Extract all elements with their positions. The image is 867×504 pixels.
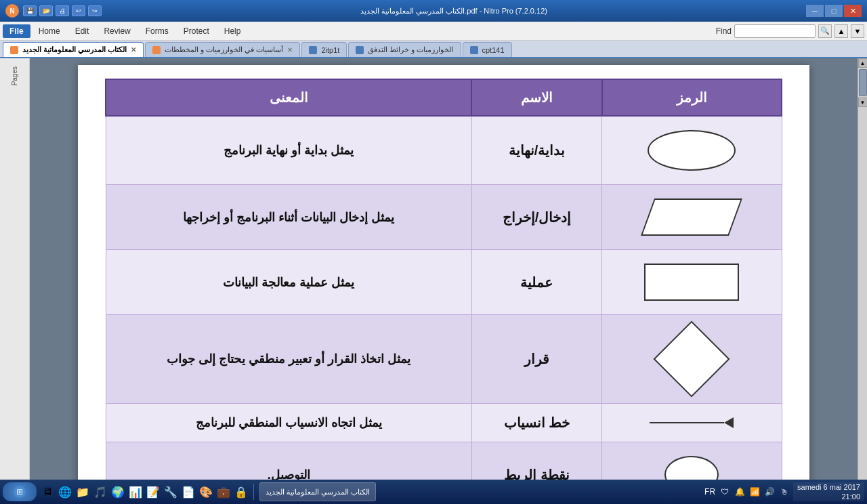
tab-3-label: 2itp1t [321, 46, 339, 54]
meaning-cell-6: التوصيل. [106, 442, 471, 480]
symbol-parallelogram-wrap [616, 193, 767, 241]
tab-4-label: الخوارزميات و خرائط التدفق [368, 45, 453, 54]
ql-app7[interactable]: 🔒 [233, 484, 249, 500]
ql-app2[interactable]: 📝 [145, 484, 161, 500]
arrow-line [650, 422, 724, 423]
header-name: الاسم [471, 79, 601, 116]
ql-media[interactable]: 🎵 [92, 484, 108, 500]
symbol-oval-wrap [616, 125, 767, 176]
meaning-cell-5: يمثل اتجاه الانسياب المنطقي للبرنامج [106, 404, 471, 442]
tb-icon-1[interactable]: 💾 [23, 5, 37, 16]
system-clock[interactable]: samedi 6 mai 2017 21:00 [793, 482, 864, 502]
tab-bar: الكتاب المدرسي المعلوماتية الجديد ✕ أساس… [0, 41, 867, 58]
ql-app1[interactable]: 📊 [127, 484, 144, 500]
tab-5-icon [470, 46, 478, 54]
tab-1-close[interactable]: ✕ [131, 46, 136, 54]
taskbar-app-nitro[interactable]: الكتاب المدرسي المعلوماتية الجديد [259, 482, 376, 501]
menu-file[interactable]: File [3, 24, 30, 38]
symbol-rectangle-wrap [616, 258, 767, 306]
find-search-button[interactable]: 🔍 [818, 24, 832, 38]
tab-1-label: الكتاب المدرسي المعلوماتية الجديد [22, 45, 127, 54]
title-bar-left: N 💾 📂 🖨 ↩ ↪ [5, 4, 102, 18]
meaning-cell-3: يمثل عملية معالجة البيانات [106, 250, 471, 315]
parallelogram-symbol [641, 198, 742, 236]
menu-protect[interactable]: Protect [177, 24, 216, 38]
ql-app3[interactable]: 🔧 [163, 484, 179, 500]
meaning-decision: يمثل اتخاذ القرار أو تعبير منطقي يحتاج إ… [167, 352, 410, 366]
taskbar-tray: FR 🛡 🔔 📶 🔊 🖱 samedi 6 mai 2017 21:00 [704, 482, 864, 502]
meaning-cell-4: يمثل اتخاذ القرار أو تعبير منطقي يحتاج إ… [106, 315, 471, 404]
menu-review[interactable]: Review [97, 24, 137, 38]
symbol-diamond-wrap [616, 323, 767, 395]
start-button[interactable]: ⊞ [3, 482, 37, 501]
table-row: قرار يمثل اتخاذ القرار أو تعبير منطقي يح… [106, 315, 782, 404]
meaning-input-output: يمثل إدخال البيانات أثناء البرنامج أو إخ… [183, 211, 394, 224]
window-title: الكتاب المدرسي المعلوماتية الجديد.pdf - … [102, 7, 806, 16]
ql-app4[interactable]: 📄 [180, 484, 196, 500]
svg-text:⊞: ⊞ [16, 487, 23, 497]
small-oval-symbol [664, 456, 719, 480]
symbol-cell-5 [602, 404, 782, 442]
table-row: خط انسياب يمثل اتجاه الانسياب المنطقي لل… [106, 404, 782, 442]
clock-time: 21:00 [797, 492, 860, 501]
menu-forms[interactable]: Forms [139, 24, 175, 38]
tray-security[interactable]: 🛡 [719, 486, 731, 498]
find-prev-button[interactable]: ▲ [834, 24, 848, 38]
minimize-button[interactable]: ─ [806, 5, 824, 17]
menu-edit[interactable]: Edit [68, 24, 96, 38]
find-next-button[interactable]: ▼ [851, 24, 864, 38]
taskbar-app-label: الكتاب المدرسي المعلوماتية الجديد [266, 488, 370, 497]
ql-browser[interactable]: 🌐 [57, 484, 73, 500]
tab-3[interactable]: 2itp1t [301, 42, 347, 57]
window-controls: ─ □ ✕ [806, 5, 862, 17]
sidebar-label: Pages [11, 66, 18, 85]
tray-icon-2[interactable]: 🔔 [734, 486, 746, 498]
tray-volume[interactable]: 🔊 [763, 486, 776, 498]
tray-network[interactable]: 📶 [748, 486, 761, 498]
scroll-up-button[interactable]: ▲ [858, 58, 868, 68]
find-input[interactable] [734, 24, 816, 38]
title-bar: N 💾 📂 🖨 ↩ ↪ الكتاب المدرسي المعلوماتية ا… [0, 0, 867, 22]
close-button[interactable]: ✕ [844, 5, 862, 17]
scroll-down-button[interactable]: ▼ [858, 98, 868, 107]
pdf-area: الرمز الاسم المعنى بداية/ [30, 58, 858, 480]
maximize-button[interactable]: □ [825, 5, 843, 17]
menu-help[interactable]: Help [217, 24, 248, 38]
tb-icon-3[interactable]: 🖨 [56, 5, 69, 16]
ql-ie[interactable]: 🌍 [110, 484, 126, 500]
name-cell-6: نقطة الربط [471, 442, 601, 480]
table-row: نقطة الربط التوصيل. [106, 442, 782, 480]
flowchart-table: الرمز الاسم المعنى بداية/ [105, 79, 782, 480]
symbol-cell-2 [602, 185, 782, 250]
symbol-cell-1 [602, 116, 782, 185]
tab-4[interactable]: الخوارزميات و خرائط التدفق [348, 42, 461, 57]
table-row: عملية يمثل عملية معالجة البيانات [106, 250, 782, 315]
ql-desktop[interactable]: 🖥 [39, 484, 56, 500]
start-icon: ⊞ [13, 485, 26, 499]
tab-1-icon [10, 46, 18, 54]
taskbar: ⊞ 🖥 🌐 📁 🎵 🌍 📊 📝 🔧 📄 🎨 💼 🔒 الكتاب المدرسي… [0, 480, 867, 504]
tb-icon-redo[interactable]: ↪ [88, 5, 102, 16]
tab-5[interactable]: cpt141 [463, 42, 512, 57]
tab-2[interactable]: أساسيات في الخوارزميات و المخططات ✕ [145, 42, 300, 57]
arrow-symbol [650, 417, 734, 428]
ql-app6[interactable]: 💼 [215, 484, 232, 500]
name-cell-2: إدخال/إخراج [471, 185, 601, 250]
scrollbar-right: ▲ ▼ [858, 58, 867, 480]
tb-icon-undo[interactable]: ↩ [72, 5, 85, 16]
meaning-cell-1: يمثل بداية أو نهاية البرنامج [106, 116, 471, 185]
tb-icon-2[interactable]: 📂 [39, 5, 53, 16]
oval-symbol [648, 130, 736, 171]
menu-home[interactable]: Home [32, 24, 67, 38]
name-start-end: بداية/نهاية [509, 143, 566, 158]
ql-folder[interactable]: 📁 [75, 484, 91, 500]
meaning-process: يمثل عملية معالجة البيانات [223, 276, 354, 289]
clock-date: samedi 6 mai 2017 [797, 482, 860, 492]
meaning-connector: التوصيل. [268, 468, 310, 480]
tab-2-close[interactable]: ✕ [287, 46, 293, 54]
scroll-thumb[interactable] [859, 69, 867, 96]
tray-lang[interactable]: FR [704, 486, 716, 498]
ql-app5[interactable]: 🎨 [198, 484, 214, 500]
find-label: Find [716, 26, 732, 36]
tab-1[interactable]: الكتاب المدرسي المعلوماتية الجديد ✕ [3, 42, 144, 57]
